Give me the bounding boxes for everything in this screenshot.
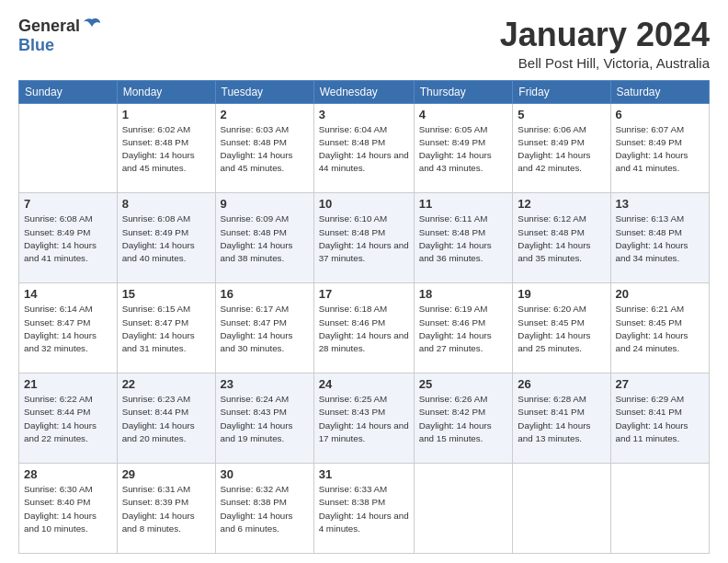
day-info: Sunrise: 6:19 AMSunset: 8:46 PMDaylight:… (419, 303, 508, 355)
calendar-table: Sunday Monday Tuesday Wednesday Thursday… (18, 80, 710, 554)
day-number: 9 (221, 197, 309, 211)
day-number: 11 (419, 197, 508, 211)
calendar-cell (610, 464, 709, 554)
calendar-cell (19, 103, 118, 193)
calendar-cell: 14Sunrise: 6:14 AMSunset: 8:47 PMDayligh… (19, 283, 118, 373)
calendar-cell: 1Sunrise: 6:02 AMSunset: 8:48 PMDaylight… (117, 103, 215, 193)
header-sunday: Sunday (19, 80, 118, 103)
day-info: Sunrise: 6:05 AMSunset: 8:49 PMDaylight:… (419, 123, 508, 176)
day-info: Sunrise: 6:13 AMSunset: 8:48 PMDaylight:… (616, 213, 704, 265)
day-info: Sunrise: 6:20 AMSunset: 8:45 PMDaylight:… (518, 303, 605, 355)
calendar-cell: 23Sunrise: 6:24 AMSunset: 8:43 PMDayligh… (215, 373, 313, 464)
day-number: 12 (518, 197, 605, 211)
calendar-cell: 3Sunrise: 6:04 AMSunset: 8:48 PMDaylight… (313, 103, 414, 193)
day-number: 23 (221, 377, 309, 391)
calendar-cell: 29Sunrise: 6:31 AMSunset: 8:39 PMDayligh… (117, 464, 215, 554)
day-info: Sunrise: 6:15 AMSunset: 8:47 PMDaylight:… (122, 303, 210, 355)
day-number: 17 (319, 287, 409, 301)
day-info: Sunrise: 6:25 AMSunset: 8:43 PMDaylight:… (319, 393, 409, 445)
day-number: 6 (616, 108, 704, 121)
calendar-cell: 4Sunrise: 6:05 AMSunset: 8:49 PMDaylight… (414, 103, 513, 193)
calendar-week-row: 14Sunrise: 6:14 AMSunset: 8:47 PMDayligh… (19, 283, 710, 373)
logo-bird-icon (82, 16, 102, 36)
day-number: 7 (24, 197, 112, 211)
day-info: Sunrise: 6:33 AMSunset: 8:38 PMDaylight:… (319, 483, 409, 535)
day-info: Sunrise: 6:08 AMSunset: 8:49 PMDaylight:… (122, 213, 210, 265)
day-number: 2 (221, 108, 309, 121)
day-info: Sunrise: 6:28 AMSunset: 8:41 PMDaylight:… (518, 393, 605, 445)
calendar-cell: 7Sunrise: 6:08 AMSunset: 8:49 PMDaylight… (19, 193, 118, 283)
day-info: Sunrise: 6:06 AMSunset: 8:49 PMDaylight:… (518, 123, 605, 176)
calendar-cell: 11Sunrise: 6:11 AMSunset: 8:48 PMDayligh… (414, 193, 513, 283)
day-number: 31 (319, 467, 409, 481)
calendar-cell: 17Sunrise: 6:18 AMSunset: 8:46 PMDayligh… (313, 283, 414, 373)
day-info: Sunrise: 6:12 AMSunset: 8:48 PMDaylight:… (518, 213, 605, 265)
day-number: 19 (518, 287, 605, 301)
calendar-cell: 15Sunrise: 6:15 AMSunset: 8:47 PMDayligh… (117, 283, 215, 373)
title-block: January 2024 Bell Post Hill, Victoria, A… (500, 17, 710, 71)
day-info: Sunrise: 6:26 AMSunset: 8:42 PMDaylight:… (419, 393, 508, 445)
day-number: 28 (24, 467, 112, 481)
header-tuesday: Tuesday (215, 80, 313, 103)
day-info: Sunrise: 6:11 AMSunset: 8:48 PMDaylight:… (419, 213, 508, 265)
day-info: Sunrise: 6:07 AMSunset: 8:49 PMDaylight:… (616, 123, 704, 176)
day-number: 5 (518, 108, 605, 121)
calendar-cell: 19Sunrise: 6:20 AMSunset: 8:45 PMDayligh… (513, 283, 610, 373)
calendar-week-row: 21Sunrise: 6:22 AMSunset: 8:44 PMDayligh… (19, 373, 710, 464)
day-number: 29 (122, 467, 210, 481)
day-number: 22 (122, 377, 210, 391)
day-number: 14 (24, 287, 112, 301)
calendar-cell: 9Sunrise: 6:09 AMSunset: 8:48 PMDaylight… (215, 193, 313, 283)
calendar-cell: 8Sunrise: 6:08 AMSunset: 8:49 PMDaylight… (117, 193, 215, 283)
day-info: Sunrise: 6:03 AMSunset: 8:48 PMDaylight:… (221, 123, 309, 176)
logo: General Blue (18, 17, 102, 55)
day-info: Sunrise: 6:24 AMSunset: 8:43 PMDaylight:… (221, 393, 309, 445)
day-info: Sunrise: 6:23 AMSunset: 8:44 PMDaylight:… (122, 393, 210, 445)
header-thursday: Thursday (414, 80, 513, 103)
calendar-week-row: 28Sunrise: 6:30 AMSunset: 8:40 PMDayligh… (19, 464, 710, 554)
day-number: 1 (122, 108, 210, 121)
day-number: 30 (221, 467, 309, 481)
day-number: 20 (616, 287, 704, 301)
day-info: Sunrise: 6:18 AMSunset: 8:46 PMDaylight:… (319, 303, 409, 355)
header-saturday: Saturday (610, 80, 709, 103)
calendar-cell: 12Sunrise: 6:12 AMSunset: 8:48 PMDayligh… (513, 193, 610, 283)
calendar-cell: 6Sunrise: 6:07 AMSunset: 8:49 PMDaylight… (610, 103, 709, 193)
calendar-cell: 18Sunrise: 6:19 AMSunset: 8:46 PMDayligh… (414, 283, 513, 373)
day-number: 18 (419, 287, 508, 301)
day-info: Sunrise: 6:04 AMSunset: 8:48 PMDaylight:… (319, 123, 409, 176)
calendar-cell: 31Sunrise: 6:33 AMSunset: 8:38 PMDayligh… (313, 464, 414, 554)
logo-blue-text: Blue (18, 36, 54, 54)
calendar-week-row: 1Sunrise: 6:02 AMSunset: 8:48 PMDaylight… (19, 103, 710, 193)
day-info: Sunrise: 6:30 AMSunset: 8:40 PMDaylight:… (24, 483, 112, 535)
day-number: 13 (616, 197, 704, 211)
calendar-cell: 25Sunrise: 6:26 AMSunset: 8:42 PMDayligh… (414, 373, 513, 464)
calendar-cell: 30Sunrise: 6:32 AMSunset: 8:38 PMDayligh… (215, 464, 313, 554)
header-wednesday: Wednesday (313, 80, 414, 103)
calendar-cell: 22Sunrise: 6:23 AMSunset: 8:44 PMDayligh… (117, 373, 215, 464)
logo-general-text: General (18, 17, 80, 36)
day-number: 10 (319, 197, 409, 211)
day-info: Sunrise: 6:10 AMSunset: 8:48 PMDaylight:… (319, 213, 409, 265)
day-info: Sunrise: 6:32 AMSunset: 8:38 PMDaylight:… (221, 483, 309, 535)
header-friday: Friday (513, 80, 610, 103)
calendar-cell: 28Sunrise: 6:30 AMSunset: 8:40 PMDayligh… (19, 464, 118, 554)
day-number: 27 (616, 377, 704, 391)
day-info: Sunrise: 6:29 AMSunset: 8:41 PMDaylight:… (616, 393, 704, 445)
day-number: 8 (122, 197, 210, 211)
calendar-cell: 24Sunrise: 6:25 AMSunset: 8:43 PMDayligh… (313, 373, 414, 464)
day-number: 16 (221, 287, 309, 301)
calendar-cell: 5Sunrise: 6:06 AMSunset: 8:49 PMDaylight… (513, 103, 610, 193)
day-info: Sunrise: 6:22 AMSunset: 8:44 PMDaylight:… (24, 393, 112, 445)
day-number: 21 (24, 377, 112, 391)
page: General Blue January 2024 Bell Post Hill… (0, 0, 728, 563)
day-number: 15 (122, 287, 210, 301)
header-monday: Monday (117, 80, 215, 103)
calendar-cell: 16Sunrise: 6:17 AMSunset: 8:47 PMDayligh… (215, 283, 313, 373)
calendar-location: Bell Post Hill, Victoria, Australia (500, 55, 710, 71)
calendar-cell (414, 464, 513, 554)
calendar-title: January 2024 (500, 17, 710, 53)
day-info: Sunrise: 6:14 AMSunset: 8:47 PMDaylight:… (24, 303, 112, 355)
day-info: Sunrise: 6:09 AMSunset: 8:48 PMDaylight:… (221, 213, 309, 265)
day-info: Sunrise: 6:08 AMSunset: 8:49 PMDaylight:… (24, 213, 112, 265)
